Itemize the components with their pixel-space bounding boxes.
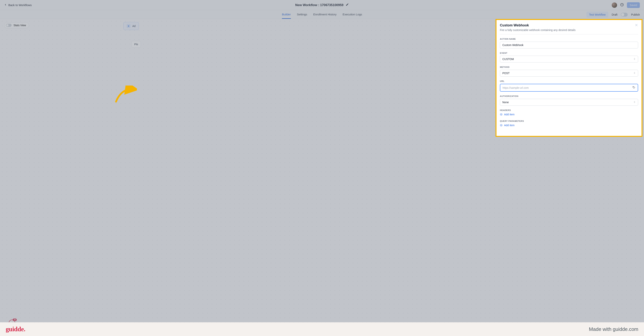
url-input[interactable]	[500, 84, 638, 92]
topbar: Back to Workflows New Workflow : 1706735…	[0, 0, 644, 10]
add-query-param-item[interactable]: Add item	[500, 124, 514, 127]
stats-toggle[interactable]	[6, 24, 12, 27]
guidde-logo: guidde.	[6, 325, 25, 333]
svg-point-3	[633, 87, 634, 87]
plus-icon: +	[127, 24, 130, 28]
add-header-item[interactable]: Add item	[500, 113, 514, 116]
authorization-value: None	[502, 101, 509, 104]
stats-view-label: Stats View	[14, 24, 26, 27]
workflow-title-text: New Workflow : 1706735100959	[295, 3, 344, 7]
event-select[interactable]: CUSTOM	[500, 56, 638, 63]
label-method: METHOD	[500, 66, 638, 68]
pencil-icon[interactable]	[346, 3, 349, 7]
label-action-name: ACTION NAME	[500, 38, 638, 40]
add-node-button[interactable]: + Ad	[124, 22, 139, 30]
label-query-parameters: QUERY PARAMETERS	[500, 120, 638, 122]
chevron-updown-icon	[633, 101, 636, 104]
action-name-input-el[interactable]	[502, 44, 636, 47]
draft-label: Draft	[612, 13, 618, 16]
method-select[interactable]: POST	[500, 70, 638, 77]
authorization-select[interactable]: None	[500, 99, 638, 106]
history-icon[interactable]	[620, 3, 624, 8]
add-header-label: Add item	[504, 113, 514, 116]
label-authorization: AUTHORIZATION	[500, 95, 638, 97]
chevron-updown-icon	[633, 58, 636, 61]
test-workflow-button[interactable]: Test Workflow	[586, 12, 608, 18]
label-event: EVENT	[500, 52, 638, 54]
publish-label: Publish	[631, 13, 640, 16]
tab-execution-logs[interactable]: Execution Logs	[342, 11, 362, 19]
panel-title: Custom Webhook	[500, 23, 635, 27]
back-label: Back to Workflows	[8, 4, 32, 7]
side-panel: Custom Webhook Fire a fully customizable…	[496, 19, 642, 137]
url-input-el[interactable]	[502, 86, 632, 89]
tag-icon[interactable]	[632, 86, 636, 90]
saved-button[interactable]: Saved	[627, 2, 640, 8]
add-query-param-label: Add item	[504, 124, 514, 127]
event-value: CUSTOM	[502, 58, 514, 61]
publish-toggle[interactable]	[621, 13, 628, 17]
footer: guidde. Made with guidde.com	[0, 322, 644, 336]
label-headers: HEADERS	[500, 109, 638, 111]
chevron-updown-icon	[633, 72, 636, 75]
panel-subtitle: Fire a fully customizable webhook contai…	[500, 29, 635, 32]
stats-view-pill[interactable]: Stats View	[4, 23, 29, 28]
workflow-title: New Workflow : 1706735100959	[295, 3, 349, 7]
tabbar: Builder Settings Enrollment History Exec…	[0, 10, 644, 19]
label-url: URL	[500, 80, 638, 82]
close-icon[interactable]	[635, 23, 638, 28]
avatar[interactable]	[612, 3, 617, 8]
add-node-label: Ad	[132, 25, 136, 28]
back-button[interactable]: Back to Workflows	[4, 4, 32, 7]
guidde-badge-count: 30	[13, 318, 17, 321]
tab-builder[interactable]: Builder	[282, 11, 291, 19]
chevron-left-icon	[4, 4, 7, 7]
canvas-chip[interactable]: Ple	[132, 41, 141, 48]
action-name-input[interactable]	[500, 42, 638, 49]
panel-header: Custom Webhook Fire a fully customizable…	[500, 23, 638, 34]
annotation-arrow-icon	[114, 86, 137, 103]
tab-settings[interactable]: Settings	[297, 11, 307, 19]
tab-enrollment-history[interactable]: Enrollment History	[313, 11, 336, 19]
footer-credit: Made with guidde.com	[589, 326, 638, 332]
method-value: POST	[502, 72, 510, 75]
